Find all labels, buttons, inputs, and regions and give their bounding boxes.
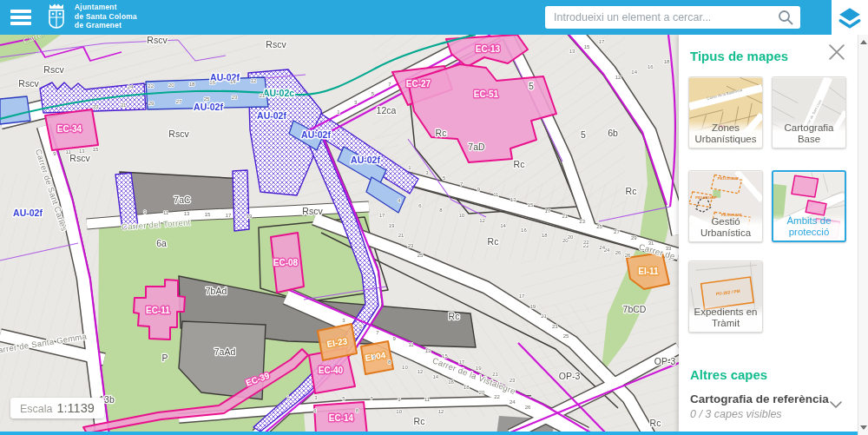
house-number: 10 [402,365,408,370]
layer-group-status: 0 / 3 capes visibles [690,408,782,420]
brand: Ajuntament de Santa Coloma de Gramenet [45,3,137,30]
house-number: 25 [418,253,424,258]
map-label: EI-11 [638,267,659,276]
house-number: 23 [408,243,414,248]
house-number: 12 [418,369,424,374]
thumb-expedient-label: PE146/166P [695,195,717,200]
layer-group-cartografia-referencia[interactable]: Cartografia de referència [690,392,829,405]
thumb-expedient-label: PE113/142P [718,176,739,181]
map-label: Rscv [302,206,323,216]
house-number: 16 [648,64,654,69]
map-label: Rc [514,159,525,169]
house-number: 18 [189,82,195,87]
map-label: 7aD [468,142,485,152]
map-canvas[interactable]: EC-13EC-27EC-51EC-34EC-08EC-11EC-39EC-40… [0,35,679,435]
scroll-down-icon[interactable] [860,425,867,430]
scale-label: Escala [20,403,53,415]
scroll-up-icon[interactable] [860,40,867,44]
house-number: 25 [596,224,602,229]
map-type-label: Zones Urbanístiques [689,121,762,148]
house-number: 17 [519,293,525,299]
map-label: 7bAd [206,286,227,296]
house-number: 11 [66,149,72,155]
map-label: 5 [529,81,534,91]
city-crest-icon [45,3,68,30]
map-label: EC-11 [146,306,170,315]
map-label: Rscv [147,35,168,45]
house-number: 12 [479,218,485,223]
house-number: 16 [209,80,215,85]
house-number: 26 [525,405,531,410]
house-number: 10 [458,213,464,218]
menu-icon[interactable] [10,10,31,29]
search-icon[interactable] [778,10,793,25]
house-number: 33 [93,104,99,109]
map-svg[interactable]: EC-13EC-27EC-51EC-34EC-08EC-11EC-39EC-40… [0,35,679,435]
house-number: 20 [568,234,574,240]
map-label: AU-02f [194,102,223,112]
map-label: AU-02c [263,88,294,98]
house-number: 24 [510,399,516,405]
map-label: AU-02f [257,110,286,121]
house-number: 14 [631,69,637,75]
house-number: 13 [569,49,575,54]
search-input[interactable] [552,10,778,24]
map-label: Rc [488,236,499,247]
house-number: 16 [448,379,454,385]
house-number: 33 [666,246,672,251]
house-number: 17 [545,208,551,214]
layers-panel: Tipus de mapes Carrer de la Baldovina 13… [679,35,858,435]
close-icon[interactable] [829,44,845,60]
map-label: 7bCD [623,304,647,314]
house-number: 29 [148,101,155,106]
house-number: 17 [458,359,464,365]
chevron-down-icon[interactable] [830,397,842,412]
layers-button[interactable] [832,0,868,35]
map-label: Rscv [18,78,39,89]
house-number: 15 [528,202,534,208]
layers-icon [838,6,862,30]
map-type-card-expedients[interactable]: PU-202 / PM Expedients en Tràmit [688,260,763,333]
search-box [545,6,800,29]
house-number: 27 [614,229,620,234]
map-label: Rscv [43,64,64,75]
map-label: 12ca [377,105,397,115]
house-number: 22 [494,394,500,399]
panel-scrollbar[interactable] [858,35,868,435]
house-number: 17 [599,39,605,44]
map-label: EC-40 [319,366,344,375]
map-type-label: Gestió Urbanística [689,214,762,241]
house-number: 19 [389,223,395,228]
map-types-title: Tipus de mapes [690,49,788,63]
app-window: EC-13EC-27EC-51EC-34EC-08EC-11EC-39EC-40… [0,0,868,435]
house-number: 24 [128,84,134,89]
map-label: EC-14 [329,413,354,423]
house-number: 25 [204,96,210,102]
house-number: 13 [510,197,516,202]
house-number: 23 [510,378,516,383]
house-number: 19 [247,214,253,219]
map-label: 5 [581,129,586,140]
house-number: 11 [493,192,499,197]
map-type-card-base[interactable]: Carrer de Sant Lluís Cartografia Base [772,76,846,148]
house-number: 12 [615,75,621,80]
map-label: EC-34 [57,124,82,134]
map-type-card-zones[interactable]: Carrer de la Baldovina 136 Zones Urbanís… [688,76,763,148]
house-number: 14 [500,223,506,228]
house-number: 11 [408,342,414,347]
map-label: 7aAd [214,346,236,357]
map-label: 6a [156,238,167,248]
brand-title: Ajuntament de Santa Coloma de Gramenet [75,3,137,30]
house-number: 11 [424,397,431,402]
brand-line-1: Ajuntament [75,3,137,12]
map-label: Rscv [69,153,90,163]
map-label: Rc [650,418,661,428]
map-label: AU-02f [351,155,380,165]
bottom-accent-bar [0,432,858,435]
house-number: 21 [398,233,404,238]
map-type-card-ambits[interactable]: Àmbits de protecció [772,170,846,242]
map-type-card-gestio[interactable]: PE113/142P PE146/166P PE-09/142P Gestió … [688,170,763,242]
map-label: Rscv [266,39,286,49]
house-number: 15 [205,212,211,217]
house-number: 13 [425,348,431,353]
